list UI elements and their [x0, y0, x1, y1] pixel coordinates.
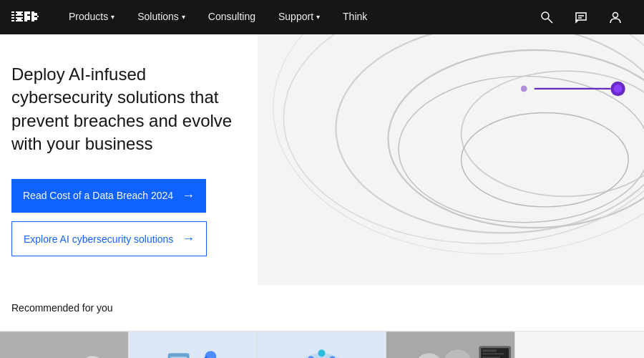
svg-rect-7	[16, 20, 23, 21]
card-image-news	[0, 332, 128, 358]
svg-line-21	[548, 19, 552, 23]
svg-rect-2	[11, 17, 14, 19]
recommended-label: Recommended for you	[11, 302, 633, 314]
card-image-aspera	[258, 332, 386, 358]
svg-rect-9	[17, 19, 21, 20]
card-offers[interactable]: Offers & discounts Take advantage of our…	[386, 332, 515, 358]
ibm-logo[interactable]	[11, 11, 40, 23]
chevron-down-icon: ▾	[182, 13, 185, 21]
svg-rect-19	[37, 16, 39, 17]
nav-item-solutions[interactable]: Solutions ▾	[126, 0, 197, 34]
svg-rect-73	[482, 350, 497, 352]
svg-point-34	[614, 84, 623, 93]
hero-content: Deploy AI-infused cybersecurity solution…	[0, 34, 258, 285]
svg-rect-6	[16, 17, 23, 19]
svg-rect-4	[16, 11, 23, 13]
nav-links: Products ▾ Solutions ▾ Consulting Suppor…	[57, 0, 530, 34]
card-aspera[interactable]: Configure now Start transferring your da…	[258, 332, 386, 358]
svg-point-36	[521, 86, 527, 92]
search-button[interactable]	[530, 0, 564, 34]
hero-section: Deploy AI-infused cybersecurity solution…	[0, 34, 644, 285]
hero-buttons: Read Cost of a Data Breach 2024 → Explor…	[11, 179, 246, 257]
card-filler	[515, 332, 644, 358]
card-dora[interactable]: Take the Cyber Resilience Assessment Fin…	[129, 332, 258, 358]
svg-rect-14	[27, 11, 30, 14]
svg-point-24	[613, 13, 618, 18]
svg-rect-17	[34, 13, 37, 16]
svg-rect-8	[17, 13, 21, 14]
nav-icons	[530, 0, 633, 34]
chevron-down-icon: ▾	[316, 13, 320, 21]
svg-rect-16	[31, 11, 34, 21]
card-news[interactable]: News IBM Acquires SiXworks Limited to St…	[0, 332, 129, 358]
svg-rect-13	[24, 19, 30, 20]
navigation: Products ▾ Solutions ▾ Consulting Suppor…	[0, 0, 644, 34]
svg-rect-37	[0, 332, 128, 358]
read-report-button[interactable]: Read Cost of a Data Breach 2024 →	[11, 179, 206, 213]
svg-rect-15	[27, 16, 30, 19]
nav-item-support[interactable]: Support ▾	[267, 0, 331, 34]
svg-rect-5	[16, 14, 23, 16]
nav-item-products[interactable]: Products ▾	[57, 0, 126, 34]
hero-illustration	[258, 34, 644, 285]
explore-ai-button[interactable]: Explore AI cybersecurity solutions →	[11, 221, 207, 256]
svg-rect-74	[482, 354, 504, 355]
nav-item-consulting[interactable]: Consulting	[197, 0, 267, 34]
chevron-down-icon: ▾	[111, 13, 114, 21]
svg-rect-45	[129, 332, 257, 358]
nav-item-think[interactable]: Think	[331, 0, 379, 34]
cards-row: News IBM Acquires SiXworks Limited to St…	[0, 331, 644, 358]
svg-rect-18	[34, 17, 37, 20]
card-image-dora	[129, 332, 257, 358]
hero-title: Deploy AI-infused cybersecurity solution…	[11, 63, 240, 156]
svg-point-62	[318, 350, 326, 357]
chat-button[interactable]	[564, 0, 598, 34]
svg-rect-1	[11, 14, 14, 16]
svg-point-20	[542, 12, 549, 19]
arrow-right-icon: →	[182, 231, 195, 247]
recommended-section: Recommended for you	[0, 285, 644, 331]
svg-rect-0	[11, 11, 14, 13]
card-image-offers	[386, 332, 514, 358]
profile-button[interactable]	[598, 0, 633, 34]
svg-rect-3	[11, 20, 14, 21]
arrow-right-icon: →	[182, 188, 195, 204]
